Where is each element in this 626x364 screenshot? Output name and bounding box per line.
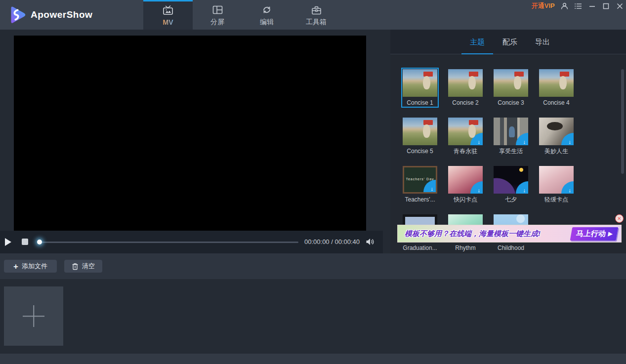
template-label: Concise 1 [407,99,433,106]
template-item[interactable]: Teachers' Day ↓ Teachers'... [397,164,443,204]
template-item[interactable]: Concise 4 [534,68,579,108]
template-thumbnail: ↓ [494,166,528,194]
seek-slider[interactable] [40,242,298,243]
template-item[interactable]: ↓ 七夕 [488,164,534,204]
tab-split-screen[interactable]: 分屏 [193,0,242,30]
time-display: 00:00:00 / 00:00:40 [304,238,360,245]
briefcase-icon [310,4,322,15]
plus-icon [23,305,44,327]
template-thumbnail [403,118,437,145]
banner-close-icon[interactable]: ✕ [615,214,624,223]
download-badge[interactable]: ↓ [516,133,528,145]
clear-button[interactable]: 清空 [64,260,102,273]
template-item[interactable]: ↓ 轻缓卡点 [534,164,579,204]
download-badge[interactable]: ↓ [470,133,483,145]
seek-thumb[interactable] [37,240,42,244]
template-label: Graduation... [403,244,437,251]
template-thumbnail: ↓ [539,118,574,145]
plus-icon: + [13,262,18,271]
tab-music[interactable]: 配乐 [494,30,526,54]
title-bar: ApowerShow MV 分屏 [0,0,626,30]
tab-edit[interactable]: 编辑 [242,0,292,30]
template-label: Concise 5 [407,148,433,155]
app-title: ApowerShow [31,0,92,30]
download-badge[interactable]: ↓ [561,133,574,145]
tab-mv[interactable]: MV [143,0,193,30]
promo-banner[interactable]: 模板不够用？在线端，海量模板一键生成! 马上行动 ▶ [397,225,622,243]
download-badge[interactable]: ↓ [470,181,483,194]
template-label: Concise 2 [452,99,478,106]
split-grid-icon [211,4,223,15]
template-thumbnail [539,69,574,97]
template-label: 青春永驻 [454,148,477,155]
promo-banner-text: 模板不够用？在线端，海量模板一键生成! [405,229,541,239]
tab-export[interactable]: 导出 [527,30,558,54]
tv-icon [162,5,174,16]
template-label: Rhythm [455,244,475,251]
player-controls: 00:00:00 / 00:00:40 [0,231,383,253]
add-files-button[interactable]: + 添加文件 [4,260,57,273]
vip-link[interactable]: 开通VIP [532,1,555,10]
template-label: Teachers'... [405,196,435,203]
template-label: Concise 3 [498,99,524,106]
download-badge[interactable]: ↓ [423,180,436,192]
file-toolbar: + 添加文件 清空 [0,253,626,279]
template-thumbnail [403,69,437,97]
trash-icon [72,263,79,270]
theme-panel: 主题 配乐 导出 Concise 1 Concise 2 [390,30,626,253]
main-nav: MV 分屏 编辑 [143,0,341,30]
stop-button[interactable] [22,239,28,245]
minimize-button[interactable] [588,2,596,10]
play-arrow-icon: ▶ [607,231,613,237]
volume-icon[interactable] [366,238,375,245]
template-label: Concise 4 [543,99,569,106]
template-item[interactable]: ↓ 美妙人生 [534,116,579,156]
tab-edit-label: 编辑 [260,18,274,27]
tab-split-label: 分屏 [210,18,224,27]
template-item[interactable]: ↓ 青春永驻 [443,116,488,156]
template-thumbnail: ↓ [539,166,574,194]
panel-tab-bar: 主题 配乐 导出 [390,30,626,54]
template-item[interactable]: Concise 3 [488,68,534,108]
video-preview [14,36,366,231]
template-thumbnail: ↓ [448,166,483,194]
template-label: 快闪卡点 [454,196,477,203]
account-icon[interactable] [560,2,568,10]
template-label: 美妙人生 [544,148,568,155]
template-item[interactable]: ↓ 快闪卡点 [443,164,488,204]
template-label: 轻缓卡点 [544,196,568,203]
status-bar [0,354,626,364]
download-badge[interactable]: ↓ [516,181,528,194]
template-label: 七夕 [505,196,517,203]
template-item[interactable]: ↓ 享受生活 [488,116,534,156]
template-thumbnail: ↓ [494,118,528,145]
tab-theme[interactable]: 主题 [461,30,493,54]
template-item[interactable]: Concise 5 [397,116,443,156]
refresh-icon [261,4,273,15]
preview-section: 00:00:00 / 00:00:40 [0,30,383,253]
template-label: Childhood [498,244,524,251]
tab-toolbox-label: 工具箱 [306,18,327,27]
template-item[interactable]: Concise 2 [443,68,488,108]
template-thumbnail: ↓ [448,118,483,145]
template-thumbnail [494,69,528,97]
promo-action-button[interactable]: 马上行动 ▶ [570,227,618,241]
tab-mv-label: MV [163,18,173,26]
add-media-tile[interactable] [4,286,63,346]
download-badge[interactable]: ↓ [561,181,574,194]
panel-scrollbar[interactable] [621,69,624,174]
template-thumbnail [448,69,483,97]
tab-toolbox[interactable]: 工具箱 [292,0,341,30]
maximize-button[interactable] [602,2,610,10]
template-item[interactable]: Concise 1 [397,68,443,108]
menu-icon[interactable] [574,2,582,10]
template-label: 享受生活 [499,148,523,155]
media-strip [0,279,626,354]
app-logo-icon [6,4,27,25]
play-button[interactable] [5,238,11,246]
window-controls [560,2,624,10]
close-button[interactable] [616,2,624,10]
template-thumbnail: Teachers' Day ↓ [403,166,437,194]
